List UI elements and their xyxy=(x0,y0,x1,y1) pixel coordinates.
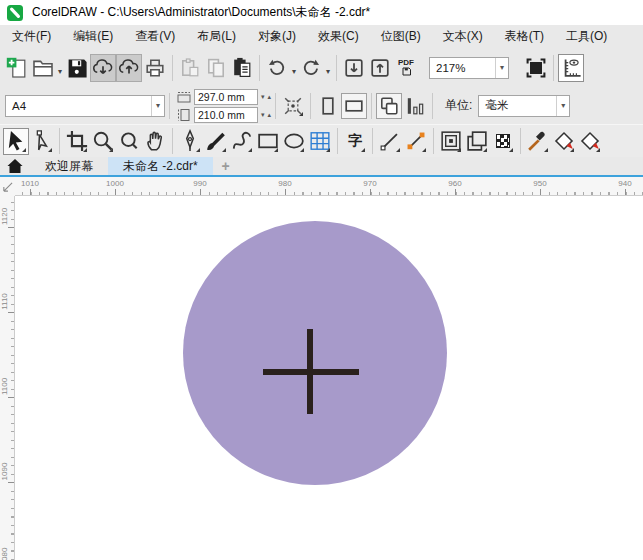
zoom-level-caret[interactable]: ▾ xyxy=(495,58,508,78)
home-tab-button[interactable] xyxy=(0,157,30,175)
h-ruler-number: 1000 xyxy=(100,179,130,188)
pick-tool[interactable] xyxy=(3,128,29,155)
copy-button[interactable] xyxy=(203,54,229,82)
menu-object[interactable]: 对象(J) xyxy=(247,25,307,48)
ellipse-icon xyxy=(282,129,306,153)
plus-shape-vertical-bar[interactable] xyxy=(307,329,313,414)
zoom-tool[interactable] xyxy=(90,128,116,155)
publish-pdf-button[interactable]: PDF xyxy=(393,54,419,82)
tab-welcome-screen[interactable]: 欢迎屏幕 xyxy=(30,157,108,175)
redo-icon xyxy=(299,56,323,80)
line-tool[interactable] xyxy=(377,128,403,155)
zoom-tool-icon xyxy=(91,129,115,153)
print-icon xyxy=(143,56,167,80)
current-page-button[interactable] xyxy=(402,93,428,119)
cloud-upload-button[interactable] xyxy=(116,54,142,82)
ruler-origin-button[interactable] xyxy=(0,177,15,196)
save-icon xyxy=(65,56,89,80)
transparency-tool[interactable] xyxy=(490,128,516,155)
interactive-fill-tool[interactable] xyxy=(551,128,577,155)
import-button[interactable] xyxy=(341,54,367,82)
print-button[interactable] xyxy=(142,54,168,82)
shape-tool-icon xyxy=(30,129,54,153)
line-icon xyxy=(378,129,402,153)
menu-table[interactable]: 表格(T) xyxy=(494,25,555,48)
page-height-field[interactable]: 210.0 mm xyxy=(194,107,258,123)
eyedropper-tool[interactable] xyxy=(525,128,551,155)
new-document-button[interactable] xyxy=(4,54,30,82)
menu-effects[interactable]: 效果(C) xyxy=(307,25,370,48)
paste-button[interactable] xyxy=(229,54,255,82)
toolbox-separator xyxy=(337,128,338,154)
v-ruler-number: 1110 xyxy=(0,287,9,317)
bspline-tool[interactable] xyxy=(229,128,255,155)
page-width-field[interactable]: 297.0 mm xyxy=(194,89,258,105)
paste-special-button[interactable] xyxy=(177,54,203,82)
undo-dropdown-caret[interactable]: ▾ xyxy=(290,67,298,76)
menu-bar: 文件(F) 编辑(E) 查看(V) 布局(L) 对象(J) 效果(C) 位图(B… xyxy=(0,25,643,48)
pan-tool[interactable] xyxy=(142,128,168,155)
menu-edit[interactable]: 编辑(E) xyxy=(62,25,124,48)
redo-dropdown-caret[interactable]: ▾ xyxy=(324,67,332,76)
page-height-spinner[interactable]: ▾▴ xyxy=(261,111,271,119)
drawing-canvas[interactable] xyxy=(16,196,643,560)
curve-loop-icon xyxy=(230,129,254,153)
menu-file[interactable]: 文件(F) xyxy=(1,25,62,48)
copy-icon xyxy=(204,56,228,80)
all-pages-button[interactable] xyxy=(376,93,402,119)
text-tool[interactable]: 字 xyxy=(342,128,368,155)
toolbar-separator xyxy=(172,55,173,81)
tab-untitled-document[interactable]: 未命名 -2.cdr* xyxy=(108,157,213,175)
cloud-download-button[interactable] xyxy=(90,54,116,82)
drop-shadow-tool[interactable] xyxy=(464,128,490,155)
brush-tool[interactable] xyxy=(203,128,229,155)
page-width-spinner[interactable]: ▾▴ xyxy=(261,93,271,101)
fullscreen-preview-button[interactable] xyxy=(523,54,549,82)
vertical-ruler[interactable]: 1120 1110 1100 1090 1080 xyxy=(0,196,15,560)
fullscreen-preview-icon xyxy=(524,56,548,80)
plus-icon: + xyxy=(222,158,230,174)
graph-paper-tool[interactable] xyxy=(307,128,333,155)
redo-button[interactable] xyxy=(298,54,324,82)
transparency-checker-icon xyxy=(496,134,510,148)
menu-view[interactable]: 查看(V) xyxy=(124,25,186,48)
page-size-caret[interactable]: ▾ xyxy=(151,96,164,116)
menu-text[interactable]: 文本(X) xyxy=(432,25,494,48)
horizontal-ruler[interactable]: 1010 1000 990 980 970 960 950 940 xyxy=(15,177,643,196)
shape-tool[interactable] xyxy=(29,128,55,155)
rectangle-tool[interactable] xyxy=(255,128,281,155)
circle-shape[interactable] xyxy=(183,221,447,485)
autofit-page-button[interactable] xyxy=(280,93,306,119)
zoom-tool-alt[interactable] xyxy=(116,128,142,155)
show-rulers-button[interactable] xyxy=(558,54,584,82)
menu-bitmaps[interactable]: 位图(B) xyxy=(370,25,432,48)
tab-welcome-label: 欢迎屏幕 xyxy=(45,158,93,175)
h-ruler-number: 950 xyxy=(525,179,555,188)
connector-tool[interactable] xyxy=(403,128,429,155)
save-button[interactable] xyxy=(64,54,90,82)
v-ruler-number: 1100 xyxy=(0,372,9,402)
menu-layout[interactable]: 布局(L) xyxy=(186,25,247,48)
units-combo[interactable]: 毫米 ▾ xyxy=(478,95,570,117)
open-dropdown-caret[interactable]: ▾ xyxy=(56,67,64,76)
units-label: 单位: xyxy=(445,97,472,114)
undo-button[interactable] xyxy=(264,54,290,82)
paste-special-icon xyxy=(178,56,202,80)
contour-tool[interactable] xyxy=(438,128,464,155)
smart-fill-tool[interactable] xyxy=(577,128,603,155)
crop-tool[interactable] xyxy=(64,128,90,155)
menu-tools[interactable]: 工具(O) xyxy=(555,25,618,48)
h-ruler-number: 980 xyxy=(270,179,300,188)
ellipse-tool[interactable] xyxy=(281,128,307,155)
zoom-level-combo[interactable]: 217% ▾ xyxy=(429,57,509,79)
new-tab-button[interactable]: + xyxy=(213,157,239,175)
drop-shadow-icon xyxy=(465,129,489,153)
open-button[interactable] xyxy=(30,54,56,82)
pen-tool[interactable] xyxy=(177,128,203,155)
page-size-combo[interactable]: A4 ▾ xyxy=(5,95,165,117)
units-caret[interactable]: ▾ xyxy=(556,96,569,116)
rulers-eye-icon xyxy=(559,56,583,80)
export-button[interactable] xyxy=(367,54,393,82)
landscape-button[interactable] xyxy=(341,93,367,119)
portrait-button[interactable] xyxy=(315,93,341,119)
